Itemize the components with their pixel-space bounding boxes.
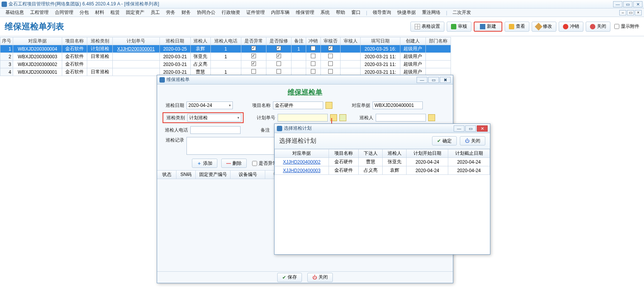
phone-input[interactable] — [190, 126, 241, 134]
menu-item[interactable]: 财务 — [178, 9, 194, 16]
checkbox-icon[interactable] — [328, 61, 333, 66]
checkbox-icon[interactable] — [251, 54, 256, 58]
menu-item[interactable]: 租赁 — [107, 9, 123, 16]
menu-item[interactable]: 领导查询 — [369, 9, 394, 16]
checkbox-icon[interactable] — [276, 54, 281, 58]
menu-item[interactable]: 协同办公 — [194, 9, 219, 16]
col-header[interactable]: 计划截止日期 — [448, 149, 490, 158]
menu-item[interactable]: 固定资产 — [123, 9, 147, 16]
menu-item[interactable]: 内部车辆 — [268, 9, 293, 16]
col-header[interactable]: 项目名称 — [329, 149, 358, 158]
checkbox-icon[interactable] — [311, 69, 315, 74]
plan-input[interactable] — [278, 114, 328, 122]
col-header[interactable]: 创建人 — [400, 37, 425, 45]
checkbox-icon[interactable] — [328, 69, 333, 74]
col-header[interactable]: 冲销 — [306, 37, 320, 45]
col-header[interactable]: 填写日期 — [360, 37, 400, 45]
checkbox-icon[interactable] — [276, 46, 281, 51]
main-table[interactable]: 序号对应单据项目名称巡检类别计划单号巡检日期巡检人巡检人电话是否异常是否报修备注… — [0, 37, 451, 76]
col-header[interactable]: 审核否 — [320, 37, 341, 45]
view-button[interactable]: 查看 — [505, 22, 529, 32]
menu-item[interactable]: 系统 — [317, 9, 333, 16]
menu-item[interactable]: 快捷单据 — [394, 9, 419, 16]
checkbox-icon[interactable] — [328, 46, 333, 51]
col-header[interactable]: 序号 — [0, 37, 13, 45]
menu-item[interactable]: 合同管理 — [52, 9, 76, 16]
plan-table[interactable]: 对应单据项目名称下达人巡检人计划开始日期计划截止日期 XJJHD20040000… — [275, 149, 490, 175]
col-header[interactable]: 巡检类别 — [87, 37, 112, 45]
col-header[interactable]: 巡检日期 — [159, 37, 191, 45]
table-row[interactable]: XJJHD200400002金石硬件曹慧张亚先2020-04-242020-04… — [275, 158, 490, 166]
type-select[interactable]: 计划巡检▾ — [187, 114, 241, 122]
save-button[interactable]: ✔保存 — [277, 273, 302, 282]
plan-max-button[interactable]: ▭ — [465, 125, 476, 132]
audit-button[interactable]: 审核 — [447, 22, 471, 32]
menu-item[interactable]: 证件管理 — [243, 9, 268, 16]
checkbox-icon[interactable] — [311, 46, 315, 51]
dlg-min-button[interactable]: — — [417, 77, 427, 83]
dlg-close-button[interactable]: ✖ — [440, 77, 451, 83]
minimize-button[interactable]: — — [613, 1, 622, 7]
project-lookup-icon[interactable] — [325, 102, 332, 109]
menu-item[interactable]: 帮助 — [333, 9, 348, 16]
person-input[interactable] — [376, 114, 426, 122]
col-header[interactable]: 巡检人 — [383, 149, 407, 158]
plan-cancel-button[interactable]: ⏻关闭 — [460, 136, 485, 145]
menu-item[interactable]: 重连网络 — [419, 9, 444, 16]
add-row-button[interactable]: ＋添加 — [192, 159, 217, 168]
close-page-button[interactable]: 关闭 — [586, 22, 610, 32]
plan-doc-link[interactable]: XJJHD200400003 — [283, 168, 320, 173]
mdi-close-icon[interactable]: × — [635, 10, 642, 15]
plan-doc-link[interactable]: XJJHD200400002 — [283, 159, 320, 165]
col-header[interactable]: 是否报修 — [266, 37, 291, 45]
checkbox-icon[interactable] — [311, 61, 315, 66]
menu-item[interactable]: 员工 — [147, 9, 163, 16]
col-header[interactable]: 对应单据 — [275, 149, 329, 158]
menu-item[interactable]: 材料 — [92, 9, 107, 16]
form-dialog-titlebar[interactable]: 维保巡检单 — ▭ ✖ — [157, 75, 453, 85]
menu-item[interactable]: 劳务 — [163, 9, 178, 16]
mdi-restore-icon[interactable]: ▭ — [627, 10, 634, 15]
menu-item[interactable]: 行政物资 — [219, 9, 243, 16]
edit-button[interactable]: 修改 — [532, 22, 556, 32]
abnormal-toggle[interactable]: 是否异常 — [252, 160, 277, 167]
col-header[interactable]: 对应单据 — [13, 37, 62, 45]
checkbox-icon[interactable] — [251, 69, 256, 74]
person-lookup-icon[interactable] — [428, 114, 435, 121]
date-picker[interactable]: 2020-04-24▾ — [186, 101, 233, 109]
plan-min-button[interactable]: — — [454, 125, 464, 132]
close-button[interactable]: ✕ — [633, 1, 642, 7]
col-header[interactable]: 部门名称 — [425, 37, 451, 45]
form-close-button[interactable]: ⏻关闭 — [307, 273, 333, 282]
menu-item[interactable]: 分包 — [76, 9, 92, 16]
plan-link[interactable]: XJJHD200300001 — [117, 46, 154, 52]
maximize-button[interactable]: ▭ — [623, 1, 632, 7]
show-attach-toggle[interactable]: 显示附件 — [614, 23, 639, 30]
table-config-button[interactable]: 表格设置 — [410, 22, 444, 32]
checkbox-icon[interactable] — [276, 61, 281, 66]
plan-dialog-titlebar[interactable]: 选择巡检计划 — ▭ ✕ — [275, 124, 490, 133]
plan-clear-icon[interactable] — [339, 114, 346, 121]
checkbox-icon[interactable] — [276, 69, 281, 74]
void-button[interactable]: 冲销 — [559, 22, 583, 32]
plan-ok-button[interactable]: ✔确定 — [432, 136, 457, 145]
col-header[interactable]: 备注 — [291, 37, 306, 45]
table-row[interactable]: 3WBXJD200300002金石软件2020-03-21占义亮2020-03-… — [0, 61, 451, 68]
menu-item[interactable]: 二次开发 — [449, 9, 474, 16]
col-header[interactable]: 项目名称 — [62, 37, 87, 45]
table-row[interactable]: 1WBXJD200300004金石软件计划巡检XJJHD200300001202… — [0, 45, 451, 53]
col-header[interactable]: 下达人 — [359, 149, 383, 158]
checkbox-icon[interactable] — [311, 54, 315, 58]
col-header[interactable]: 审核人 — [341, 37, 361, 45]
checkbox-icon[interactable] — [251, 46, 256, 51]
menu-item[interactable]: 维保管理 — [293, 9, 317, 16]
mdi-min-icon[interactable]: – — [619, 10, 626, 15]
col-header[interactable]: 巡检人电话 — [210, 37, 241, 45]
table-row[interactable]: 2WBXJD200300003金石软件日常巡检2020-03-21张亚先1202… — [0, 53, 451, 61]
create-button[interactable]: 新建 — [474, 22, 502, 32]
plan-close-button[interactable]: ✕ — [477, 125, 488, 132]
table-row[interactable]: XJJHD200400003金石硬件占义亮袁辉2020-04-242020-04… — [275, 166, 490, 175]
menu-item[interactable]: 基础信息 — [2, 9, 27, 16]
checkbox-icon[interactable] — [251, 61, 256, 66]
col-header[interactable]: 计划开始日期 — [407, 149, 448, 158]
